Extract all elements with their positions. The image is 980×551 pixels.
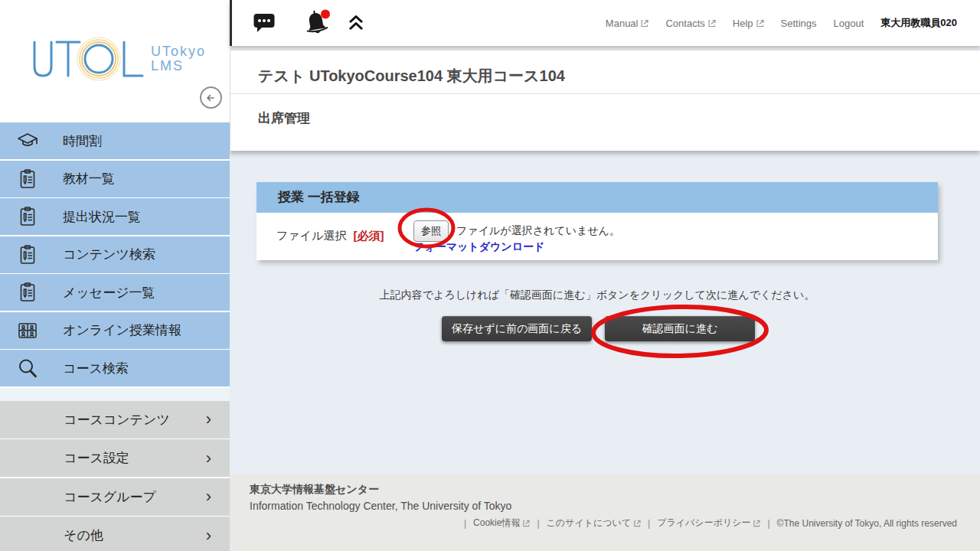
topbar-icons [253,0,366,46]
notifications-button[interactable] [303,9,332,37]
chevron-right-icon: › [206,411,211,428]
sidebar-item-submission-status[interactable]: 提出状況一覧 [0,198,230,235]
section-title: 出席管理 [258,111,310,126]
external-link-icon [522,520,530,527]
cookie-info-link[interactable]: Cookie情報 [473,517,530,530]
username: 東大用教職員020 [880,16,957,30]
manual-link[interactable]: Manual [606,18,649,29]
back-without-saving-button[interactable]: 保存せずに前の画面に戻る [442,316,592,341]
sidebar-item-materials[interactable]: 教材一覧 [0,161,230,197]
separator: | [464,518,466,529]
footer-org-english: Information Technology Center, The Unive… [250,500,511,512]
format-download-link[interactable]: フォーマットダウンロード [413,240,544,254]
bell-icon [303,9,332,37]
help-link-label: Help [733,18,753,29]
clipboard-icon [16,205,39,228]
clipboard-icon [16,243,39,266]
panel-body: ファイル選択 [必須] 参照 ファイルが選択されていません。 フォーマットダウン… [256,213,938,260]
no-file-selected-text: ファイルが選択されていません。 [456,224,620,238]
external-link-icon [753,520,760,527]
chevron-right-icon: › [206,527,211,544]
sidebar-collapse-button[interactable] [200,86,222,109]
sidebar-item-label: コンテンツ検索 [63,246,155,263]
sidebar-item-label: その他 [64,527,103,544]
footer-links: | Cookie情報 | このサイトについて | プライバシーポリシー | ©T… [464,517,957,530]
chat-bubble-icon [253,12,276,34]
sidebar-item-label: 教材一覧 [63,170,115,187]
sidebar-main-menu: 時間割 教材一覧 [0,122,230,551]
online-class-icon [16,319,39,342]
separator: | [537,518,539,529]
settings-link-label: Settings [781,18,817,29]
logo-subtitle-line1: UTokyo [151,44,206,59]
privacy-policy-link-label: プライバシーポリシー [657,517,750,530]
separator: | [648,518,650,529]
sidebar-item-others[interactable]: その他 › [0,517,230,551]
collapse-topbar-button[interactable] [346,12,366,34]
cookie-info-link-label: Cookie情報 [473,517,520,530]
sidebar-item-course-search[interactable]: コース検索 [0,350,230,386]
file-select-label-text: ファイル選択 [276,229,346,242]
sidebar-item-course-group[interactable]: コースグループ › [0,478,230,516]
sidebar-item-label: コース設定 [64,449,129,467]
privacy-policy-link[interactable]: プライバシーポリシー [657,517,760,530]
external-link-icon [707,19,716,28]
required-badge: [必須] [354,229,384,242]
proceed-to-confirm-button[interactable]: 確認画面に進む [605,316,755,341]
about-site-link[interactable]: このサイトについて [547,517,642,530]
graduation-cap-icon [16,129,39,152]
about-site-link-label: このサイトについて [547,517,632,530]
course-title: テスト UTokyoCourse104 東大用コース104 [258,66,565,86]
sidebar-item-label: コース検索 [63,360,129,377]
footer-org-japanese: 東京大学情報基盤センター [250,483,379,497]
browse-button[interactable]: 参照 [413,220,449,242]
sidebar-item-messages[interactable]: メッセージ一覧 [0,274,230,311]
contacts-link-label: Contacts [665,18,704,29]
external-link-icon [633,520,641,527]
divider [230,93,980,94]
sidebar-item-content-search[interactable]: コンテンツ検索 [0,236,230,273]
file-select-label: ファイル選択 [必須] [276,229,384,243]
arrow-left-icon [205,92,217,104]
notification-badge [321,10,330,19]
file-input: 参照 ファイルが選択されていません。 [413,220,620,242]
logout-link-label: Logout [834,18,864,29]
sidebar-item-label: コースグループ [64,488,156,506]
logo-area: UTokyo LMS [0,0,230,122]
sidebar-item-label: オンライン授業情報 [63,321,181,339]
bulk-register-panel: 授業 一括登録 ファイル選択 [必須] 参照 ファイルが選択されていません。 フ… [256,182,938,260]
double-chevron-up-icon [346,12,366,34]
utol-logo [29,37,150,83]
sidebar-item-label: 提出状況一覧 [63,208,141,226]
main-content: 授業 一括登録 ファイル選択 [必須] 参照 ファイルが選択されていません。 フ… [230,151,980,474]
external-link-icon [640,19,648,28]
instruction-text: 上記内容でよろしければ「確認画面に進む」ボタンをクリックして次に進んでください。 [256,289,938,302]
topbar: Manual Contacts Help Settings Logout 東大用… [230,0,980,46]
sidebar-item-online-class-info[interactable]: オンライン授業情報 [0,312,230,349]
sidebar-item-timetable[interactable]: 時間割 [0,122,230,159]
sidebar-item-label: 時間割 [63,132,102,150]
sidebar-section-gap [0,388,230,401]
logout-link[interactable]: Logout [834,18,864,29]
clipboard-icon [16,168,39,191]
logo-subtitle: UTokyo LMS [151,44,206,73]
sidebar: UTokyo LMS 時間割 [0,0,230,551]
logo-subtitle-line2: LMS [151,59,206,73]
copyright-text: ©The University of Tokyo, All rights res… [777,518,957,529]
sidebar-item-course-contents[interactable]: コースコンテンツ › [0,401,230,439]
sidebar-item-course-settings[interactable]: コース設定 › [0,439,230,477]
topbar-links: Manual Contacts Help Settings Logout 東大用… [606,0,957,46]
panel-title: 授業 一括登録 [256,182,938,213]
search-icon [16,357,39,380]
sidebar-item-label: メッセージ一覧 [63,284,155,302]
messages-button[interactable] [253,12,276,34]
chevron-right-icon: › [206,450,211,467]
utol-lms-page: UTokyo LMS 時間割 [0,0,980,551]
external-link-icon [756,19,764,28]
clipboard-icon [16,281,39,304]
settings-link[interactable]: Settings [781,18,817,29]
help-link[interactable]: Help [733,18,764,29]
manual-link-label: Manual [606,18,639,29]
sidebar-item-label: コースコンテンツ [64,411,170,429]
contacts-link[interactable]: Contacts [665,18,715,29]
